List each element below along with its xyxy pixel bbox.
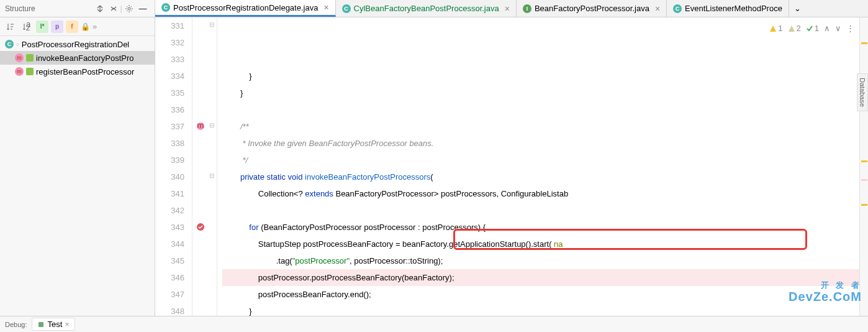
- tab-label: EventListenerMethodProce: [685, 4, 782, 13]
- java-class-icon: C: [161, 3, 170, 12]
- close-icon[interactable]: ×: [65, 320, 70, 329]
- ok-icon[interactable]: 1: [806, 20, 819, 37]
- nav-down-icon[interactable]: ∨: [835, 20, 841, 37]
- tree-item-label: registerBeanPostProcessor: [36, 67, 134, 76]
- editor-tabs: C PostProcessorRegistrationDelegate.java…: [155, 0, 868, 17]
- hide-icon[interactable]: —: [136, 2, 150, 16]
- class-icon: C: [5, 40, 14, 48]
- method-icon: m: [15, 67, 24, 76]
- structure-title: Structure: [5, 4, 93, 13]
- error-marker[interactable]: [861, 179, 867, 181]
- inspection-widget[interactable]: 1 2 1 ∧ ∨ ⋮: [769, 20, 854, 37]
- package-icon: [26, 68, 34, 75]
- structure-header: Structure | —: [0, 0, 155, 17]
- filter-field-icon[interactable]: f: [66, 21, 78, 33]
- close-icon[interactable]: ×: [505, 4, 510, 14]
- sort-down-icon[interactable]: [4, 20, 17, 34]
- collapse-all-icon[interactable]: [107, 2, 120, 16]
- debug-config-tab[interactable]: Test ×: [32, 318, 75, 331]
- editor-tab[interactable]: C PostProcessorRegistrationDelegate.java…: [155, 0, 336, 17]
- database-tool-tab[interactable]: Database: [857, 73, 868, 111]
- weak-warning-icon[interactable]: 2: [788, 20, 801, 37]
- more-icon[interactable]: ⋮: [846, 20, 854, 37]
- lock-icon[interactable]: 🔒: [81, 22, 90, 31]
- tab-label: BeanFactoryPostProcessor.java: [535, 4, 649, 13]
- svg-point-0: [128, 7, 130, 10]
- structure-panel: Structure | — az I* p f 🔒 » C ○ PostProc…: [0, 0, 155, 316]
- line-numbers: 3313323333343353363373383393403413423433…: [155, 17, 192, 316]
- debug-icon: [37, 321, 45, 328]
- java-class-icon: C: [673, 4, 682, 13]
- gutter-marks[interactable]: ⊟m⊟⊟: [192, 17, 217, 316]
- warning-marker[interactable]: [861, 204, 867, 206]
- code-editor[interactable]: 3313323333343353363373383393403413423433…: [155, 17, 868, 316]
- java-class-icon: C: [342, 4, 351, 13]
- nav-up-icon[interactable]: ∧: [824, 20, 830, 37]
- tabs-overflow-icon[interactable]: ⌄: [789, 0, 807, 17]
- warning-marker[interactable]: [861, 160, 867, 162]
- editor-tab[interactable]: I BeanFactoryPostProcessor.java ×: [517, 0, 667, 17]
- expand-all-icon[interactable]: [93, 2, 107, 16]
- code-content[interactable]: 1 2 1 ∧ ∨ ⋮ } } /** * Invoke the given B…: [217, 17, 859, 316]
- tab-label: PostProcessorRegistrationDelegate.java: [173, 3, 318, 12]
- package-icon: [26, 54, 34, 62]
- tree-item[interactable]: m registerBeanPostProcessor: [0, 65, 155, 78]
- more-icon[interactable]: »: [93, 22, 97, 31]
- close-icon[interactable]: ×: [655, 4, 660, 14]
- tree-item-label: invokeBeanFactoryPostPro: [36, 53, 134, 63]
- close-icon[interactable]: ×: [323, 2, 328, 12]
- tree-item[interactable]: m invokeBeanFactoryPostPro: [0, 51, 155, 65]
- sort-alpha-icon[interactable]: az: [20, 20, 34, 34]
- svg-rect-6: [38, 322, 43, 327]
- filter-property-icon[interactable]: p: [51, 21, 63, 33]
- debug-label: Debug:: [5, 321, 27, 328]
- java-interface-icon: I: [523, 4, 531, 13]
- debug-toolbar: Debug: Test ×: [0, 316, 868, 332]
- structure-tree[interactable]: C ○ PostProcessorRegistrationDel m invok…: [0, 36, 155, 316]
- warning-icon[interactable]: 1: [769, 20, 782, 37]
- warning-marker[interactable]: [861, 42, 867, 44]
- tree-root[interactable]: C ○ PostProcessorRegistrationDel: [0, 37, 155, 51]
- tab-label: CylBeanFactoryBeanPostProcessor.java: [354, 4, 499, 13]
- method-icon: m: [15, 53, 24, 62]
- error-stripe[interactable]: [859, 17, 868, 316]
- structure-toolbar: az I* p f 🔒 »: [0, 17, 155, 36]
- filter-interface-icon[interactable]: I*: [36, 21, 48, 33]
- svg-text:z: z: [26, 23, 30, 31]
- tree-root-label: PostProcessorRegistrationDel: [22, 40, 129, 49]
- gear-icon[interactable]: [122, 2, 136, 16]
- editor-tab[interactable]: C EventListenerMethodProce: [667, 0, 789, 17]
- editor-tab[interactable]: C CylBeanFactoryBeanPostProcessor.java ×: [336, 0, 517, 17]
- svg-text:m: m: [197, 122, 204, 130]
- editor-panel: C PostProcessorRegistrationDelegate.java…: [155, 0, 868, 316]
